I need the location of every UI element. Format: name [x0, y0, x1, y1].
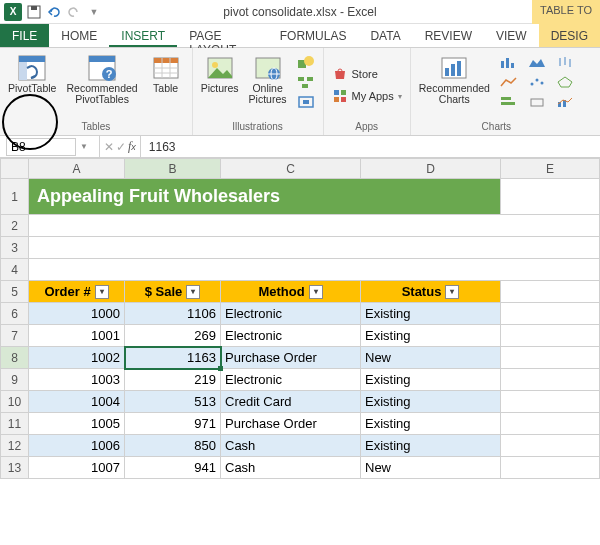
header-status[interactable]: Status▾ [361, 281, 501, 303]
online-pictures-icon [252, 53, 284, 83]
scatter-chart-icon[interactable] [526, 73, 548, 91]
tab-data[interactable]: DATA [358, 24, 412, 47]
cancel-icon[interactable]: ✕ [104, 140, 114, 154]
name-box[interactable]: ▼ [0, 136, 100, 157]
other-chart-icon[interactable] [526, 93, 548, 111]
undo-icon[interactable] [46, 4, 62, 20]
col-header-e[interactable]: E [501, 159, 600, 179]
online-pictures-label: Online Pictures [249, 83, 287, 105]
screenshot-icon[interactable] [295, 93, 317, 111]
myapps-label: My Apps [352, 90, 394, 102]
table-header-row: 5 Order #▾ $ Sale▾ Method▾ Status▾ [1, 281, 600, 303]
svg-rect-1 [31, 6, 37, 10]
tab-insert[interactable]: INSERT [109, 24, 177, 47]
bar-chart-icon[interactable] [498, 93, 520, 111]
qat-dropdown-icon[interactable]: ▼ [86, 4, 102, 20]
table-row: 131007941CashNew [1, 457, 600, 479]
line-chart-icon[interactable] [498, 73, 520, 91]
filter-icon[interactable]: ▾ [186, 285, 200, 299]
shapes-icon[interactable] [295, 53, 317, 71]
tab-view[interactable]: VIEW [484, 24, 539, 47]
row-header-8[interactable]: 8 [1, 347, 29, 369]
formula-buttons: ✕ ✓ fx [100, 136, 141, 157]
area-chart-icon[interactable] [526, 53, 548, 71]
dropdown-icon: ▾ [398, 92, 402, 101]
group-apps: Store My Apps ▾ Apps [324, 48, 411, 135]
header-method[interactable]: Method▾ [221, 281, 361, 303]
store-button[interactable]: Store [328, 64, 382, 84]
group-apps-label: Apps [355, 120, 378, 133]
recommended-charts-icon [438, 53, 470, 83]
svg-rect-6 [89, 56, 115, 62]
col-header-a[interactable]: A [29, 159, 125, 179]
filter-icon[interactable]: ▾ [309, 285, 323, 299]
chart-types-col3 [552, 50, 578, 114]
active-cell[interactable]: 1163 [125, 347, 221, 369]
name-box-dropdown-icon[interactable]: ▼ [80, 142, 88, 151]
filter-icon[interactable]: ▾ [445, 285, 459, 299]
header-sale[interactable]: $ Sale▾ [125, 281, 221, 303]
tab-design[interactable]: DESIG [539, 24, 600, 47]
save-icon[interactable] [26, 4, 42, 20]
tab-file[interactable]: FILE [0, 24, 49, 47]
col-header-b[interactable]: B [125, 159, 221, 179]
online-pictures-button[interactable]: Online Pictures [245, 50, 291, 108]
pivottable-button[interactable]: PivotTable [4, 50, 60, 97]
svg-point-41 [530, 83, 533, 86]
spreadsheet-grid[interactable]: A B C D E 1 Appealing Fruit Wholesalers … [0, 158, 600, 479]
table-button[interactable]: Table [144, 50, 188, 97]
svg-point-22 [304, 56, 314, 66]
row-header-5[interactable]: 5 [1, 281, 29, 303]
group-tables: PivotTable ? Recommended PivotTables Tab… [0, 48, 193, 135]
formula-input[interactable]: 1163 [141, 140, 600, 154]
stock-chart-icon[interactable] [554, 53, 576, 71]
row-header-2[interactable]: 2 [1, 215, 29, 237]
pictures-icon [204, 53, 236, 83]
row-header-4[interactable]: 4 [1, 259, 29, 281]
table-label: Table [153, 83, 178, 94]
smartart-icon[interactable] [295, 73, 317, 91]
recommended-pivottables-label: Recommended PivotTables [66, 83, 137, 105]
table-row: 91003219ElectronicExisting [1, 369, 600, 391]
table-row: 101004513Credit CardExisting [1, 391, 600, 413]
recommended-pivottables-button[interactable]: ? Recommended PivotTables [62, 50, 141, 108]
svg-rect-23 [298, 77, 304, 81]
table-row: 111005971Purchase OrderExisting [1, 413, 600, 435]
store-label: Store [352, 68, 378, 80]
col-header-d[interactable]: D [361, 159, 501, 179]
svg-rect-10 [154, 58, 178, 63]
filter-icon[interactable]: ▾ [95, 285, 109, 299]
myapps-button[interactable]: My Apps ▾ [328, 86, 406, 106]
fx-icon[interactable]: fx [128, 139, 136, 154]
combo-chart-icon[interactable] [554, 93, 576, 111]
table-icon [150, 53, 182, 83]
header-order[interactable]: Order #▾ [29, 281, 125, 303]
pictures-button[interactable]: Pictures [197, 50, 243, 97]
svg-rect-25 [302, 84, 308, 88]
tab-page-layout[interactable]: PAGE LAYOUT [177, 24, 268, 47]
group-tables-label: Tables [81, 120, 110, 133]
column-chart-icon[interactable] [498, 53, 520, 71]
recommended-charts-button[interactable]: Recommended Charts [415, 50, 494, 108]
row-header-3[interactable]: 3 [1, 237, 29, 259]
row-1: 1 Appealing Fruit Wholesalers [1, 179, 600, 215]
row-header-1[interactable]: 1 [1, 179, 29, 215]
table-row: 121006850CashExisting [1, 435, 600, 457]
name-box-input[interactable] [6, 138, 76, 156]
chart-types-col1 [496, 50, 522, 114]
tab-review[interactable]: REVIEW [413, 24, 484, 47]
cell[interactable] [501, 179, 600, 215]
tab-formulas[interactable]: FORMULAS [268, 24, 359, 47]
svg-marker-48 [558, 77, 572, 87]
tab-home[interactable]: HOME [49, 24, 109, 47]
store-icon [332, 66, 348, 82]
redo-icon[interactable] [66, 4, 82, 20]
banner-cell[interactable]: Appealing Fruit Wholesalers [29, 179, 501, 215]
shapes-more [293, 50, 319, 114]
group-illustrations-label: Illustrations [232, 120, 283, 133]
radar-chart-icon[interactable] [554, 73, 576, 91]
ribbon-tabs: FILE HOME INSERT PAGE LAYOUT FORMULAS DA… [0, 24, 600, 48]
col-header-c[interactable]: C [221, 159, 361, 179]
enter-icon[interactable]: ✓ [116, 140, 126, 154]
select-all-corner[interactable] [1, 159, 29, 179]
